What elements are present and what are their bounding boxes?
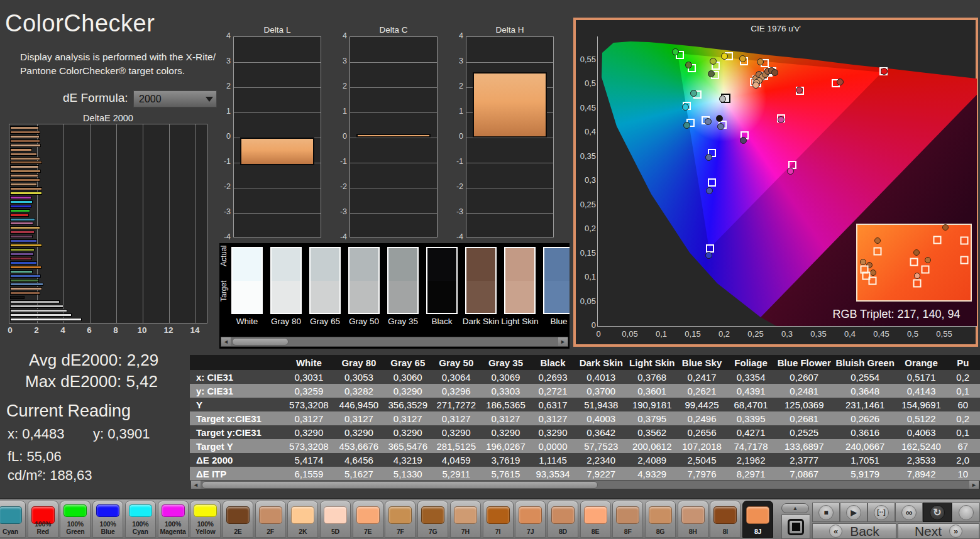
deltae-bar bbox=[10, 257, 32, 260]
patch-tab-8i[interactable]: 8I bbox=[710, 501, 741, 538]
patch-tab-7g[interactable]: 7G bbox=[417, 501, 448, 538]
scroll-left-icon[interactable]: ◄ bbox=[221, 337, 231, 346]
table-cell: 7,7976 bbox=[677, 467, 727, 481]
gridline bbox=[234, 87, 321, 88]
actual-color bbox=[272, 248, 300, 281]
infinity-button[interactable]: ∞ bbox=[895, 503, 923, 522]
patch-color-chip bbox=[162, 504, 185, 517]
axis-tick-label: 0,3 bbox=[774, 329, 800, 339]
table-cell: 0,3768 bbox=[627, 370, 677, 384]
gridline bbox=[234, 62, 321, 63]
pattern-window-button[interactable] bbox=[781, 514, 810, 539]
patch-tab-100-magenta[interactable]: 100% Magenta bbox=[158, 501, 189, 538]
table-cell: 0,3127 bbox=[531, 411, 575, 425]
axis-tick-label: 1 bbox=[451, 107, 463, 116]
patch-tab-2e[interactable]: 2E bbox=[223, 501, 253, 538]
table-cell: 2,4089 bbox=[627, 453, 677, 467]
swatch-strip-scrollbar[interactable]: ◄ ► bbox=[221, 337, 568, 347]
target-square bbox=[933, 236, 941, 244]
axis-tick-label: -2 bbox=[218, 182, 231, 191]
axis-tick-label: 0,1 bbox=[577, 272, 596, 281]
refresh-button[interactable]: ↻ bbox=[923, 503, 952, 522]
patch-tab-7j[interactable]: 7J bbox=[515, 501, 546, 538]
table-scrollbar[interactable]: ◄ ► bbox=[190, 480, 979, 489]
patch-tab-label: 8D bbox=[548, 528, 578, 535]
axis-tick-label: 3 bbox=[451, 57, 463, 65]
play-button[interactable]: ▶ bbox=[840, 503, 867, 522]
patch-tab-2k[interactable]: 2K bbox=[287, 501, 318, 538]
de-formula-select[interactable]: 2000 bbox=[133, 90, 217, 107]
patch-tab-label: 100% Green bbox=[60, 521, 90, 535]
table-cell: 0,3601 bbox=[627, 384, 677, 398]
axis-tick-label: 0,15 bbox=[680, 329, 705, 339]
table-cell: 7,8942 bbox=[897, 467, 946, 481]
row-label: Target y:CIE31 bbox=[190, 425, 284, 439]
patch-tab-2f[interactable]: 2F bbox=[255, 501, 286, 538]
table-cell: 0,3648 bbox=[834, 384, 897, 398]
measured-point bbox=[710, 58, 717, 65]
patch-tab-100-yellow[interactable]: 100% Yellow bbox=[190, 501, 221, 538]
patch-tab-8g[interactable]: 8G bbox=[645, 501, 676, 538]
table-cell: 7,0867 bbox=[775, 467, 834, 481]
column-header: Gray 80 bbox=[334, 355, 384, 370]
table-cell: 0,3296 bbox=[432, 384, 481, 398]
patch-tab-8j[interactable]: 8J bbox=[742, 501, 773, 538]
delta-bar bbox=[473, 72, 547, 138]
table-cell: 67 bbox=[946, 439, 980, 453]
patch-tab-8f[interactable]: 8F bbox=[612, 501, 643, 538]
swatch-label: Dark Skin bbox=[460, 317, 502, 326]
table-cell: 0,3795 bbox=[627, 411, 677, 425]
table-row: ΔE ITP6,15595,16275,13305,29115,761593,3… bbox=[190, 467, 980, 481]
table-row: ΔE 20005,41744,64564,32194,04593,76191,1… bbox=[190, 453, 980, 467]
deltae-bar bbox=[10, 200, 33, 204]
scroll-right-icon[interactable]: ► bbox=[558, 337, 568, 346]
back-button[interactable]: « Back bbox=[812, 523, 896, 539]
patch-tab-cyan[interactable]: Cyan bbox=[0, 501, 26, 538]
measured-point bbox=[719, 95, 726, 102]
gridline bbox=[350, 138, 437, 138]
patch-tab-8e[interactable]: 8E bbox=[580, 501, 611, 538]
measured-point bbox=[690, 90, 697, 97]
column-header: Gray 50 bbox=[432, 355, 481, 370]
scroll-up-button[interactable]: ▲ bbox=[781, 503, 809, 513]
scrollbar-thumb[interactable] bbox=[232, 338, 289, 346]
scroll-right-icon[interactable]: ► bbox=[969, 481, 979, 489]
patch-color-chip bbox=[584, 506, 607, 524]
rgb-triplet-readout: RGB Triplet: 217, 140, 94 bbox=[821, 308, 972, 321]
axis-tick-label: 4 bbox=[218, 31, 231, 40]
patch-tab-8h[interactable]: 8H bbox=[678, 501, 708, 538]
scrollbar-thumb[interactable] bbox=[202, 481, 598, 489]
table-cell: 196,0267 bbox=[481, 439, 531, 453]
patch-tab-7h[interactable]: 7H bbox=[450, 501, 481, 538]
patch-tab-7e[interactable]: 7E bbox=[353, 501, 383, 538]
patch-tab-100-blue[interactable]: 100% Blue bbox=[92, 501, 123, 538]
deltae-bar bbox=[10, 300, 60, 303]
bracket-button[interactable]: [··] bbox=[867, 503, 895, 522]
blank-button[interactable] bbox=[952, 503, 980, 522]
table-cell: 5,2911 bbox=[432, 467, 481, 481]
table-cell: 0,3354 bbox=[727, 370, 775, 384]
patch-tab-5d[interactable]: 5D bbox=[320, 501, 351, 538]
next-button[interactable]: Next » bbox=[898, 523, 979, 539]
measured-point bbox=[787, 168, 794, 175]
stop-button[interactable]: ■ bbox=[812, 503, 840, 522]
max-de2000-readout: Max dE2000: 5,42 bbox=[25, 372, 158, 391]
patch-tab-7i[interactable]: 7I bbox=[483, 501, 514, 538]
patch-tab-label: 8E bbox=[581, 528, 610, 535]
cie-diagram-panel[interactable]: CIE 1976 u'v' 00,050,10,150,20,250,30,35… bbox=[573, 18, 978, 347]
table-corner-cell bbox=[190, 355, 284, 370]
page-description: Display analysis is performed with the X… bbox=[20, 50, 219, 78]
patch-tab-100-green[interactable]: 100% Green bbox=[60, 501, 91, 538]
patch-tab-label: 7H bbox=[451, 528, 480, 535]
table-cell: 0,2481 bbox=[775, 384, 834, 398]
table-cell: 0,1 bbox=[946, 425, 980, 439]
patch-tab-100-red[interactable]: 100% Red bbox=[28, 501, 58, 538]
patch-color-chip bbox=[487, 506, 510, 524]
patch-tab-8d[interactable]: 8D bbox=[548, 501, 578, 538]
axis-tick-label: 0,2 bbox=[712, 329, 737, 339]
patch-tab-7f[interactable]: 7F bbox=[385, 501, 416, 538]
scroll-left-icon[interactable]: ◄ bbox=[191, 481, 201, 489]
table-cell: 231,1461 bbox=[834, 398, 897, 411]
patch-tab-label: 7F bbox=[385, 528, 415, 535]
patch-tab-100-cyan[interactable]: 100% Cyan bbox=[125, 501, 156, 538]
